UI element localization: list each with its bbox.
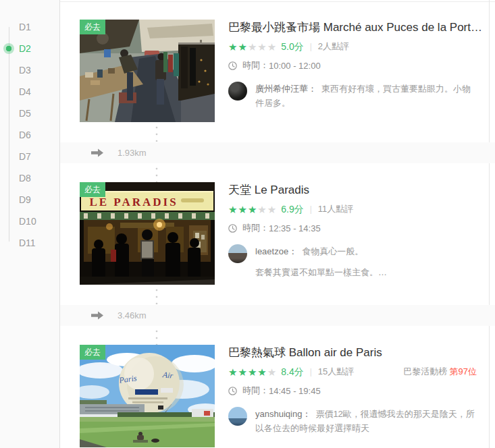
reviewer-avatar[interactable]	[228, 82, 247, 101]
sidebar-item-d4[interactable]: D4	[0, 81, 59, 103]
balloon-text-right: Air	[161, 370, 174, 381]
time-label: 時間：	[242, 385, 269, 397]
place-card: LE PARADIS	[60, 182, 489, 285]
clock-icon	[228, 61, 237, 70]
place-title[interactable]: 天堂 Le Paradis	[228, 184, 477, 197]
storefront-sign-text: LE PARADIS	[89, 196, 178, 208]
star-rating-filled: ★★	[228, 42, 248, 52]
clock-icon	[228, 224, 237, 233]
route-dotted-line	[155, 327, 158, 345]
route-arrow-icon	[91, 148, 103, 157]
time-value: 12:35 - 14:35	[269, 223, 321, 233]
distance-label: 1.93km	[118, 148, 147, 158]
time-row: 時間： 14:45 - 19:45	[228, 385, 477, 397]
sidebar-item-d9[interactable]: D9	[0, 189, 59, 211]
place-title[interactable]: 巴黎熱氣球 Ballon air de Paris	[228, 346, 477, 360]
day-label: D5	[19, 108, 31, 119]
sidebar-item-d10[interactable]: D10	[0, 211, 59, 232]
must-go-badge: 必去	[80, 20, 105, 34]
review-body: 廣州希仲汪華：東西有好有壞，買古董要點眼力。小物件居多。	[255, 82, 477, 110]
day-label: D3	[19, 65, 31, 76]
route-dotted-line	[155, 123, 158, 142]
time-row: 時間： 10:00 - 12:00	[228, 59, 477, 72]
reviewer-name[interactable]: 廣州希仲汪華：	[255, 84, 317, 94]
star-rating-empty: ★★	[257, 204, 277, 215]
route-connector: 1.93km	[60, 122, 495, 182]
review-text: 套餐其實還不如單點一樣主食。…	[255, 267, 387, 277]
reviewer-name[interactable]: yanshuiqing：	[255, 409, 311, 419]
itinerary-panel: 必去 巴黎最小跳蚤市場 Marché aux Puces de la Port……	[60, 0, 495, 448]
top-divider	[60, 1, 495, 2]
review-block: yanshuiqing：票價12歐，很遺憾我去的那天是陰天，所以各位去的時候最好…	[228, 407, 477, 435]
sidebar-item-d6[interactable]: D6	[0, 124, 59, 146]
rating-row: ★★ ★★★ 5.0分 | 2人點評	[228, 41, 477, 52]
day-label: D4	[19, 86, 31, 97]
active-day-dot-icon	[3, 43, 14, 54]
sidebar-item-d5[interactable]: D5	[0, 103, 59, 124]
day-label: D10	[19, 216, 36, 227]
sidebar-item-d7[interactable]: D7	[0, 146, 59, 167]
star-rating-empty: ★★★	[248, 42, 277, 52]
separator: |	[310, 41, 312, 52]
place-info: 天堂 Le Paradis ★★★ ★★ 6.9分 | 11人點評 時間： 12…	[228, 182, 477, 285]
distance-band: 1.93km	[60, 142, 495, 163]
review-body: yanshuiqing：票價12歐，很遺憾我去的那天是陰天，所以各位去的時候最好…	[255, 407, 477, 435]
sidebar-item-d11[interactable]: D11	[0, 232, 59, 254]
rating-row: ★★★ ★★ 6.9分 | 11人點評	[228, 204, 477, 215]
restaurant-night-photo-illustration: LE PARADIS	[80, 182, 215, 285]
star-rating-filled: ★★★★	[228, 367, 267, 377]
day-label: D9	[19, 194, 31, 205]
reviewer-avatar[interactable]	[228, 407, 247, 426]
separator: |	[310, 204, 312, 215]
sidebar-item-d3[interactable]: D3	[0, 59, 59, 81]
day-list: D1 D2 D3 D4 D5 D6 D7 D8 D9 D10 D11	[0, 16, 59, 254]
route-dotted-line	[155, 285, 158, 304]
place-photo[interactable]: LE PARADIS	[80, 182, 215, 285]
rating-row: ★★★★ ★ 8.4分 | 15人點評 巴黎活動榜第97位	[228, 366, 477, 377]
place-info: 巴黎熱氣球 Ballon air de Paris ★★★★ ★ 8.4分 | …	[228, 345, 477, 447]
place-photo[interactable]: Paris Air	[80, 345, 215, 447]
review-block: 廣州希仲汪華：東西有好有壞，買古董要點眼力。小物件居多。	[228, 82, 477, 110]
day-label: D8	[19, 173, 31, 184]
ranking-label: 巴黎活動榜	[404, 366, 448, 376]
day-label: D6	[19, 130, 31, 140]
review-text: 食物真心一般。	[302, 246, 363, 256]
distance-band: 3.46km	[60, 305, 495, 326]
distance-label: 3.46km	[118, 310, 147, 320]
day-sidebar: D1 D2 D3 D4 D5 D6 D7 D8 D9 D10 D11	[0, 0, 60, 448]
day-label: D11	[19, 237, 36, 248]
time-label: 時間：	[242, 59, 269, 72]
balloon-park-photo-illustration: Paris Air	[80, 345, 215, 447]
day-label: D1	[19, 22, 31, 32]
review-count-link[interactable]: 2人點評	[318, 41, 349, 52]
review-count-link[interactable]: 11人點評	[318, 204, 354, 215]
place-card: Paris Air	[60, 345, 489, 447]
sidebar-item-d1[interactable]: D1	[0, 16, 59, 38]
right-divider	[489, 0, 490, 448]
separator: |	[310, 366, 312, 377]
place-card: 必去 巴黎最小跳蚤市場 Marché aux Puces de la Port……	[60, 20, 489, 122]
score-value: 6.9分	[281, 204, 303, 215]
star-rating-empty: ★	[267, 367, 277, 377]
place-title[interactable]: 巴黎最小跳蚤市場 Marché aux Puces de la Port…	[228, 21, 477, 34]
sidebar-item-d8[interactable]: D8	[0, 167, 59, 189]
place-photo[interactable]: 必去	[80, 20, 215, 122]
ranking-value: 第97位	[450, 366, 477, 376]
sidebar-item-d2[interactable]: D2	[0, 38, 59, 59]
place-info: 巴黎最小跳蚤市場 Marché aux Puces de la Port… ★★…	[228, 20, 477, 122]
review-body: leaetzoe：食物真心一般。 套餐其實還不如單點一樣主食。…	[255, 244, 477, 279]
ranking[interactable]: 巴黎活動榜第97位	[404, 366, 477, 377]
score-value: 5.0分	[281, 41, 303, 52]
route-connector: 3.46km	[60, 285, 495, 345]
review-block: leaetzoe：食物真心一般。 套餐其實還不如單點一樣主食。…	[228, 244, 477, 279]
time-value: 10:00 - 12:00	[269, 61, 321, 71]
reviewer-name[interactable]: leaetzoe：	[255, 246, 297, 256]
star-rating-filled: ★★★	[228, 204, 257, 215]
route-arrow-icon	[91, 311, 103, 320]
review-count-link[interactable]: 15人點評	[318, 366, 354, 377]
score-value: 8.4分	[281, 366, 303, 377]
day-label: D2	[19, 43, 31, 54]
reviewer-avatar[interactable]	[228, 244, 247, 263]
time-value: 14:45 - 19:45	[269, 386, 321, 396]
time-label: 時間：	[242, 222, 269, 234]
